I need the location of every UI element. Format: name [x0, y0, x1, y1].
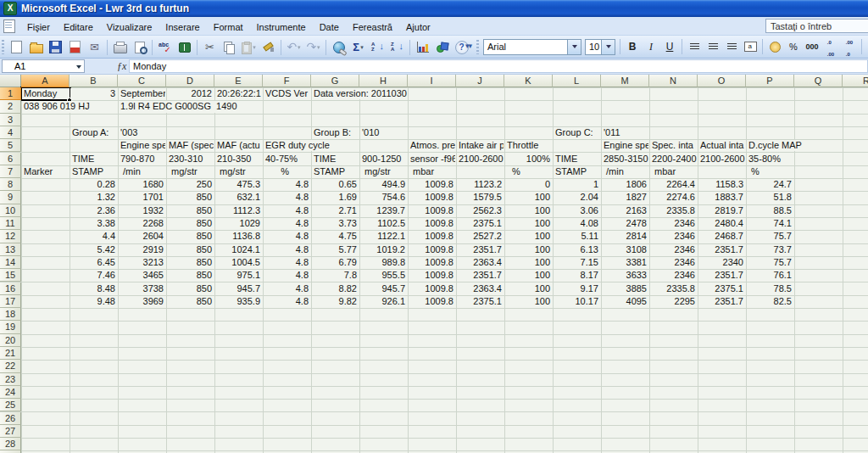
cell-E6[interactable]: 210-350 — [215, 154, 262, 165]
cell-J12[interactable]: 2527.2 — [457, 231, 504, 242]
cell-C13[interactable]: 2919 — [119, 244, 165, 255]
cell-P7[interactable]: % — [747, 166, 793, 177]
row-header-26[interactable]: 26 — [0, 412, 21, 425]
cell-C5[interactable]: Engine spe — [119, 140, 165, 151]
row-header-1[interactable]: 1 — [0, 87, 21, 100]
cell-L14[interactable]: 7.15 — [554, 257, 600, 268]
cell-B1[interactable]: 3 — [70, 88, 117, 99]
standard-toolbar-grip[interactable] — [2, 40, 4, 54]
row-header-23[interactable]: 23 — [0, 373, 21, 386]
cell-P10[interactable]: 88.5 — [747, 205, 793, 216]
col-header-G[interactable]: G — [311, 75, 359, 87]
formula-input[interactable]: Monday — [129, 59, 868, 73]
cell-H10[interactable]: 1239.7 — [360, 205, 407, 216]
cell-G14[interactable]: 6.79 — [312, 257, 359, 268]
cell-L9[interactable]: 2.04 — [554, 192, 600, 203]
cell-K17[interactable]: 100 — [505, 296, 552, 307]
cell-C4[interactable]: '003 — [119, 127, 165, 138]
cell-N12[interactable]: 2346 — [650, 231, 697, 242]
cell-L7[interactable]: STAMP — [554, 166, 600, 177]
cell-N16[interactable]: 2335.8 — [650, 283, 697, 294]
cell-F15[interactable]: 4.8 — [264, 270, 310, 281]
print-icon[interactable] — [111, 38, 129, 56]
align-left-button[interactable] — [686, 38, 703, 55]
cell-F6[interactable]: 40-75% — [264, 154, 310, 165]
cell-L4[interactable]: Group C: — [554, 127, 600, 138]
cell-C9[interactable]: 1701 — [119, 192, 165, 203]
cell-F5[interactable]: EGR duty cycle — [264, 140, 359, 151]
cell-M4[interactable]: '011 — [602, 127, 648, 138]
cell-J6[interactable]: 2100-2600 — [457, 154, 504, 165]
align-right-button[interactable] — [723, 38, 740, 55]
cell-H8[interactable]: 494.9 — [360, 179, 407, 190]
row-header-15[interactable]: 15 — [0, 269, 21, 282]
toolbar-options-icon[interactable]: ▾▾ — [465, 42, 471, 50]
cell-G9[interactable]: 1.69 — [312, 192, 359, 203]
cell-L6[interactable]: TIME — [554, 154, 600, 165]
currency-button[interactable] — [766, 38, 783, 55]
cell-A7[interactable]: Marker — [22, 166, 69, 177]
col-header-J[interactable]: J — [456, 75, 504, 87]
cell-I7[interactable]: mbar — [409, 166, 455, 177]
cell-D9[interactable]: 850 — [167, 192, 214, 203]
cell-O5[interactable]: Actual inta — [698, 140, 745, 151]
cell-C12[interactable]: 2604 — [119, 231, 165, 242]
cell-F1[interactable]: VCDS Ver — [264, 88, 310, 99]
drawing-icon[interactable] — [433, 38, 451, 56]
cell-O9[interactable]: 1883.7 — [698, 192, 745, 203]
select-all-corner[interactable] — [0, 75, 21, 87]
paste-icon[interactable]: ▾ — [240, 38, 258, 56]
cell-F16[interactable]: 4.8 — [264, 283, 310, 294]
cell-L12[interactable]: 5.11 — [554, 231, 600, 242]
menu-item-ajutor[interactable]: Ajutor — [399, 20, 437, 35]
cell-K10[interactable]: 100 — [505, 205, 552, 216]
cell-B9[interactable]: 1.32 — [70, 192, 117, 203]
cell-C17[interactable]: 3969 — [119, 296, 165, 307]
row-header-9[interactable]: 9 — [0, 191, 21, 204]
cell-B10[interactable]: 2.36 — [70, 205, 117, 216]
cell-K6[interactable]: 100% — [505, 154, 552, 165]
cell-O10[interactable]: 2819.7 — [698, 205, 745, 216]
cell-N6[interactable]: 2200-2400 — [650, 154, 697, 165]
cell-J16[interactable]: 2363.4 — [457, 283, 504, 294]
menu-item-inserare[interactable]: Inserare — [159, 20, 206, 35]
undo-icon[interactable]: ↶▾ — [285, 38, 303, 56]
cell-I16[interactable]: 1009.8 — [409, 283, 455, 294]
row-header-8[interactable]: 8 — [0, 178, 21, 191]
cell-L8[interactable]: 1 — [554, 179, 600, 190]
cell-L15[interactable]: 8.17 — [554, 270, 600, 281]
cell-F14[interactable]: 4.8 — [264, 257, 310, 268]
cell-K7[interactable]: % — [505, 166, 552, 177]
row-header-3[interactable]: 3 — [0, 114, 21, 126]
sheet-grid[interactable]: ABCDEFGHIJKLMNOPQR1234567891011121314151… — [0, 75, 868, 453]
row-header-19[interactable]: 19 — [0, 321, 21, 333]
cell-G10[interactable]: 2.71 — [312, 205, 359, 216]
menu-item-vizualizare[interactable]: Vizualizare — [100, 20, 159, 35]
menu-item-date[interactable]: Date — [313, 20, 346, 35]
sort-descending-icon[interactable] — [388, 38, 406, 56]
col-header-C[interactable]: C — [118, 75, 166, 87]
cell-F8[interactable]: 4.8 — [264, 179, 310, 190]
cell-K15[interactable]: 100 — [505, 270, 552, 281]
cell-G8[interactable]: 0.65 — [312, 179, 359, 190]
cell-H12[interactable]: 1122.1 — [360, 231, 407, 242]
cell-E8[interactable]: 475.3 — [215, 179, 262, 190]
research-icon[interactable] — [175, 38, 193, 56]
cell-F10[interactable]: 4.8 — [264, 205, 310, 216]
cell-M9[interactable]: 1827 — [602, 192, 648, 203]
cell-K16[interactable]: 100 — [505, 283, 552, 294]
cell-G16[interactable]: 8.82 — [312, 283, 359, 294]
cell-D16[interactable]: 850 — [167, 283, 214, 294]
cell-A2[interactable]: 038 906 019 HJ — [22, 101, 117, 112]
row-header-4[interactable]: 4 — [0, 126, 21, 139]
cell-O6[interactable]: 2100-2600 — [698, 154, 745, 165]
cell-B15[interactable]: 7.46 — [70, 270, 117, 281]
row-header-20[interactable]: 20 — [0, 334, 21, 347]
cell-H4[interactable]: '010 — [360, 127, 407, 138]
row-header-21[interactable]: 21 — [0, 347, 21, 360]
menu-item-editare[interactable]: Editare — [57, 20, 100, 35]
cut-icon[interactable]: ✂ — [201, 38, 219, 56]
cell-E1[interactable]: 20:26:22:1 — [215, 88, 262, 99]
cell-C11[interactable]: 2268 — [119, 218, 165, 229]
col-header-L[interactable]: L — [553, 75, 601, 87]
